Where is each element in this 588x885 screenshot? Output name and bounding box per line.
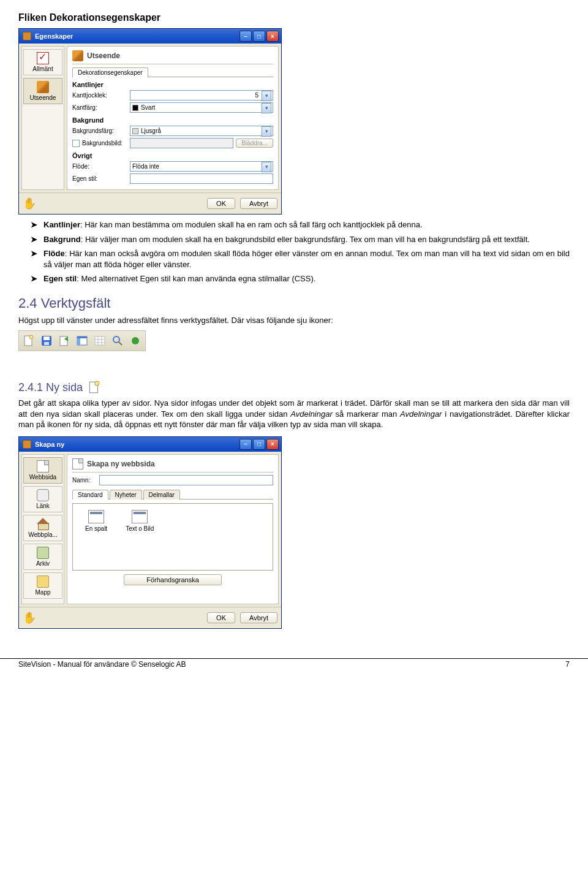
- sidebar-item-label: Arkiv: [36, 560, 50, 567]
- home-icon: [37, 518, 49, 530]
- template-label: Text o Bild: [126, 525, 154, 532]
- template-item-textobild[interactable]: Text o Bild: [126, 510, 154, 564]
- namn-input[interactable]: [99, 475, 273, 485]
- page-footer: SiteVision - Manual för användare © Sens…: [0, 660, 588, 676]
- svg-line-15: [119, 342, 122, 345]
- cancel-button[interactable]: Avbryt: [240, 612, 277, 623]
- ok-button[interactable]: OK: [207, 198, 235, 209]
- ok-button[interactable]: OK: [207, 612, 235, 623]
- sidebar-item-webbpla[interactable]: Webbpla...: [23, 515, 62, 541]
- panel-title: Utseende: [87, 51, 120, 60]
- titlebar[interactable]: Skapa ny – □ ×: [19, 437, 281, 452]
- sidebar-item-label: Webbsida: [29, 474, 56, 480]
- sidebar-item-label: Allmänt: [32, 66, 53, 72]
- bullet-body: : Här väljer man om modulen skall ha en …: [81, 235, 530, 244]
- brush-icon: [37, 81, 49, 93]
- tab-standard[interactable]: Standard: [72, 490, 108, 499]
- tab-dekorationsegenskaper[interactable]: Dekorationsegenskaper: [72, 67, 148, 77]
- heading-flik: Fliken Dekorationsegenskaper: [18, 12, 570, 23]
- publish-icon[interactable]: [56, 333, 72, 349]
- heading-verktygsfalt: 2.4 Verktygsfält: [18, 295, 570, 311]
- sidebar-item-allmant[interactable]: Allmänt: [23, 49, 62, 75]
- label-egenstil: Egen stil:: [72, 175, 127, 182]
- template-icon: [88, 510, 104, 523]
- sidebar-item-lank[interactable]: Länk: [23, 486, 62, 512]
- heading-nysida: 2.4.1 Ny sida: [18, 381, 570, 394]
- dialog-sidebar: Webbsida Länk Webbpla... Arkiv Mapp: [21, 454, 64, 604]
- kanttjocklek-select[interactable]: 5: [130, 90, 273, 101]
- close-icon[interactable]: ×: [266, 31, 279, 42]
- bullet-arrow-icon: ➤: [31, 248, 37, 259]
- sidebar-item-label: Länk: [36, 503, 50, 509]
- magnifier-icon[interactable]: [110, 333, 126, 349]
- layout-icon[interactable]: [74, 333, 90, 349]
- kantfarg-value: Svart: [141, 104, 155, 111]
- list-item: ➤ Flöde: Här kan man också avgöra om mod…: [18, 248, 570, 270]
- bullet-lead: Bakgrund: [43, 235, 81, 244]
- browse-button[interactable]: Bläddra...: [236, 139, 273, 148]
- bullet-body: : Här kan man också avgöra om modulen sk…: [43, 249, 570, 269]
- new-page-icon[interactable]: [21, 333, 37, 349]
- paragraph: Det går att skapa olika typer av sidor. …: [18, 398, 570, 430]
- kantfarg-select[interactable]: Svart: [130, 102, 273, 113]
- bullet-arrow-icon: ➤: [31, 219, 37, 230]
- hand-icon: [23, 197, 36, 210]
- label-flode: Flöde:: [72, 163, 127, 170]
- kanttjocklek-value: 5: [255, 92, 258, 99]
- folder-icon: [37, 575, 49, 588]
- cancel-button[interactable]: Avbryt: [240, 198, 277, 209]
- new-page-icon: [88, 381, 101, 394]
- window-title: Skapa ny: [35, 441, 239, 448]
- dialog-main: Skapa ny webbsida Namn: Standard Nyheter…: [67, 454, 279, 604]
- page-icon: [72, 458, 83, 469]
- sidebar-item-mapp[interactable]: Mapp: [23, 572, 62, 599]
- toolbar: [18, 330, 146, 351]
- tab-delmallar[interactable]: Delmallar: [143, 490, 180, 499]
- bakgrundsbild-checkbox[interactable]: [72, 140, 80, 147]
- paragraph: Högst upp till vänster under adressfälte…: [18, 315, 570, 326]
- save-icon[interactable]: [39, 333, 55, 349]
- online-icon[interactable]: [127, 333, 143, 349]
- minimize-icon[interactable]: –: [239, 439, 252, 450]
- template-label: En spalt: [85, 525, 107, 532]
- list-item: ➤ Bakgrund: Här väljer man om modulen sk…: [18, 234, 570, 245]
- label-namn: Namn:: [72, 477, 97, 484]
- link-icon: [37, 489, 49, 501]
- bakgrundsfarg-value: Ljusgrå: [141, 127, 161, 134]
- flode-select[interactable]: Flöda inte: [130, 161, 273, 172]
- hand-icon: [23, 611, 36, 625]
- group-ovrigt: Övrigt: [72, 152, 273, 159]
- sidebar-item-webbsida[interactable]: Webbsida: [23, 457, 62, 484]
- close-icon[interactable]: ×: [266, 439, 279, 450]
- list-item: ➤ Kantlinjer: Här kan man bestämma om mo…: [18, 219, 570, 230]
- archive-icon: [37, 547, 49, 559]
- group-kantlinjer: Kantlinjer: [72, 81, 273, 88]
- italic-word: Avdelningar: [290, 409, 332, 419]
- label-bakgrundsbild: Bakgrundsbild:: [82, 140, 123, 146]
- bakgrundsbild-input: [130, 138, 233, 148]
- minimize-icon[interactable]: –: [239, 31, 252, 42]
- group-bakgrund: Bakgrund: [72, 116, 273, 124]
- app-icon: [23, 32, 31, 40]
- egenstil-input[interactable]: [130, 173, 273, 184]
- sidebar-item-arkiv[interactable]: Arkiv: [23, 544, 62, 570]
- svg-point-1: [29, 335, 33, 339]
- preview-button[interactable]: Förhandsgranska: [124, 574, 222, 585]
- panel-title: Skapa ny webbsida: [87, 460, 155, 468]
- svg-point-18: [95, 381, 99, 386]
- dialog-main: Utseende Dekorationsegenskaper Kantlinje…: [67, 46, 279, 190]
- maximize-icon[interactable]: □: [253, 439, 265, 450]
- titlebar[interactable]: Egenskaper – □ ×: [19, 29, 281, 44]
- flode-value: Flöda inte: [132, 163, 159, 170]
- maximize-icon[interactable]: □: [253, 31, 265, 42]
- color-swatch-icon: [132, 105, 138, 111]
- grid-icon[interactable]: [92, 333, 108, 349]
- tab-nyheter[interactable]: Nyheter: [110, 490, 142, 499]
- template-item-enspalt[interactable]: En spalt: [85, 510, 107, 564]
- dialog-skapany: Skapa ny – □ × Webbsida Länk Webbpla... …: [18, 436, 282, 629]
- window-title: Egenskaper: [35, 32, 239, 40]
- page-number: 7: [565, 660, 570, 669]
- bakgrundsfarg-select[interactable]: Ljusgrå: [130, 126, 273, 136]
- list-item: ➤ Egen stil: Med alternativet Egen stil …: [18, 273, 570, 284]
- sidebar-item-utseende[interactable]: Utseende: [23, 78, 62, 104]
